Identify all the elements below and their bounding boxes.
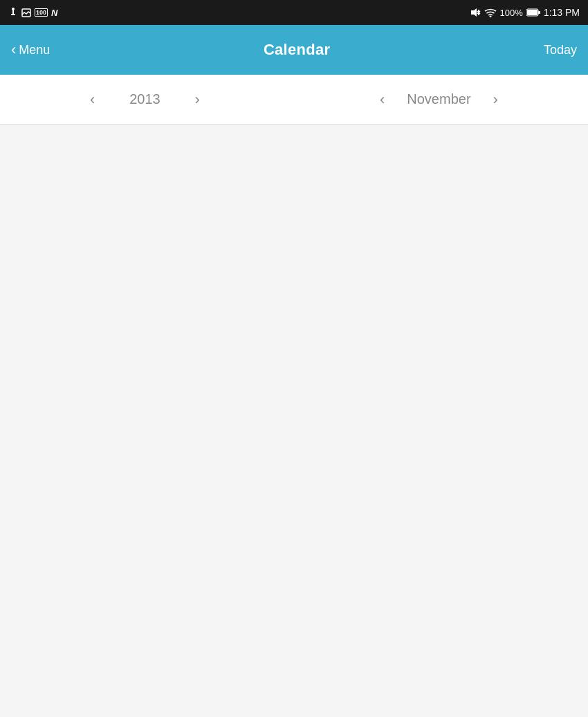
svg-rect-1 <box>12 10 14 15</box>
battery-icon <box>526 8 540 17</box>
back-chevron-icon: ‹ <box>11 42 16 57</box>
app-bar-title: Calendar <box>264 41 331 59</box>
hundred-icon: 100 <box>35 8 48 17</box>
nfc-icon: N <box>51 8 57 18</box>
today-button[interactable]: Today <box>544 43 577 57</box>
mute-icon <box>470 8 481 17</box>
back-label: Menu <box>19 43 50 57</box>
nav-row: ‹ 2013 › ‹ November › <box>0 75 588 125</box>
app-bar: ‹ Menu Calendar Today <box>0 25 588 75</box>
status-right-icons: 100% 1:13 PM <box>470 7 580 18</box>
month-label: November <box>407 91 470 107</box>
svg-marker-4 <box>471 8 477 17</box>
svg-rect-10 <box>527 10 538 15</box>
prev-month-button[interactable]: ‹ <box>374 85 390 114</box>
year-label: 2013 <box>117 91 172 107</box>
month-nav-group: ‹ November › <box>374 85 504 114</box>
svg-rect-2 <box>11 14 15 15</box>
status-time: 1:13 PM <box>544 7 580 18</box>
status-bar: 100 N 100% 1:13 PM <box>0 0 588 25</box>
next-month-button[interactable]: › <box>488 85 504 114</box>
next-year-button[interactable]: › <box>189 85 205 114</box>
status-left-icons: 100 N <box>8 8 57 18</box>
screenshot-icon <box>21 8 31 17</box>
battery-percent: 100% <box>500 8 523 18</box>
year-nav-group: ‹ 2013 › <box>84 85 205 114</box>
svg-rect-11 <box>538 11 540 14</box>
back-button[interactable]: ‹ Menu <box>11 42 50 57</box>
usb-icon <box>8 8 18 17</box>
prev-year-button[interactable]: ‹ <box>84 85 100 114</box>
svg-point-8 <box>489 16 491 18</box>
main-content <box>0 125 588 717</box>
wifi-icon <box>484 8 497 17</box>
